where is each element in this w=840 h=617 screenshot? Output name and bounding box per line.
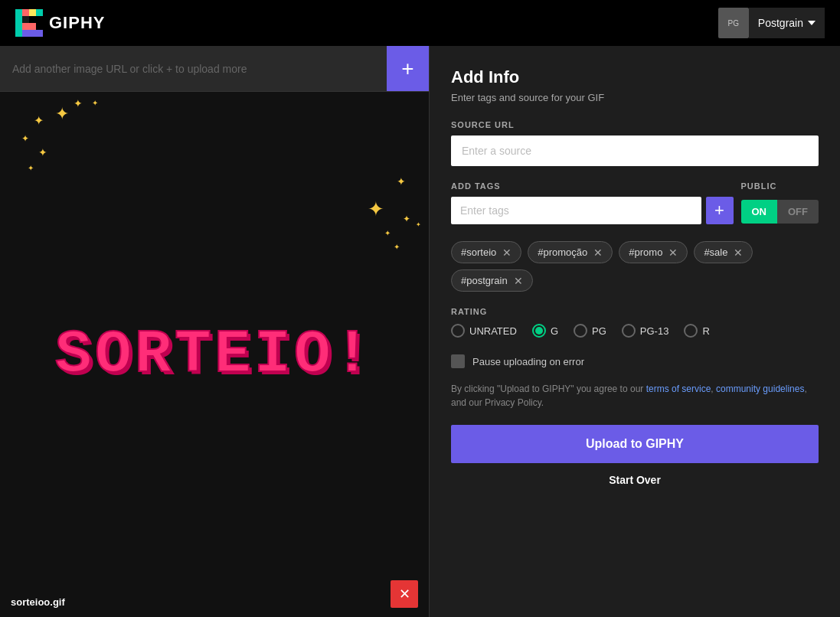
tag-remove-button[interactable]: ✕ <box>502 247 512 258</box>
toggle-off-button[interactable]: OFF <box>777 200 819 224</box>
source-url-label: SOURCE URL <box>451 120 819 129</box>
radio-g[interactable] <box>532 324 546 338</box>
image-url-input[interactable] <box>0 46 387 91</box>
sparkle-icon: ✦ <box>28 165 34 172</box>
pause-checkbox[interactable] <box>451 354 465 368</box>
tag-remove-button[interactable]: ✕ <box>514 276 523 286</box>
tag-label: #promoção <box>538 246 587 258</box>
rating-option-r[interactable]: R <box>684 324 709 338</box>
logo-text: GIPHY <box>49 13 105 33</box>
svg-rect-4 <box>22 16 29 23</box>
list-item: #sorteio ✕ <box>451 241 521 263</box>
public-toggle[interactable]: ON OFF <box>741 200 819 224</box>
list-item: #promoção ✕ <box>528 241 613 263</box>
tag-label: #sorteio <box>461 246 496 258</box>
tags-list: #sorteio ✕ #promoção ✕ #promo ✕ #sale ✕ … <box>451 241 819 292</box>
tag-remove-button[interactable]: ✕ <box>734 247 743 258</box>
rating-option-g[interactable]: G <box>532 324 558 338</box>
sparkle-icon: ✦ <box>92 100 98 107</box>
left-panel: + ✦ ✦ ✦ ✦ ✦ ✦ ✦ ✦ ✦ ✦ ✦ ✦ ✦ SO <box>0 46 429 617</box>
gif-filename: sorteioo.gif <box>11 596 65 608</box>
tags-public-row: ADD TAGS + PUBLIC ON OFF <box>451 181 819 235</box>
tags-input-row: + <box>451 197 734 224</box>
user-avatar: PG <box>718 8 749 38</box>
radio-pg[interactable] <box>574 324 587 338</box>
svg-rect-5 <box>22 23 36 30</box>
list-item: #sale ✕ <box>694 241 753 263</box>
add-info-title: Add Info <box>451 67 819 87</box>
chevron-down-icon <box>808 21 815 25</box>
sparkle-icon: ✦ <box>368 199 384 219</box>
tags-input[interactable] <box>451 197 701 224</box>
toggle-on-button[interactable]: ON <box>741 200 778 224</box>
terms-of-service-link[interactable]: terms of service <box>646 384 711 394</box>
rating-r-label: R <box>702 325 709 337</box>
rating-options: UNRATED G PG PG-13 R <box>451 324 819 338</box>
sparkle-icon: ✦ <box>21 134 29 143</box>
list-item: #promo ✕ <box>619 241 688 263</box>
app-header: GIPHY PG Postgrain <box>0 0 840 46</box>
source-url-input[interactable] <box>451 135 819 166</box>
community-guidelines-link[interactable]: community guidelines <box>716 384 804 394</box>
user-name-label: Postgrain <box>758 17 803 29</box>
sparkle-icon: ✦ <box>397 176 406 187</box>
list-item: #postgrain ✕ <box>451 269 533 292</box>
logo: GIPHY <box>15 9 105 37</box>
x-icon: ✕ <box>399 586 410 602</box>
add-image-button[interactable]: + <box>387 46 429 91</box>
svg-rect-1 <box>22 9 29 16</box>
radio-r[interactable] <box>684 324 698 338</box>
sparkle-icon: ✦ <box>384 230 391 237</box>
right-panel: Add Info Enter tags and source for your … <box>429 46 840 617</box>
svg-rect-2 <box>29 9 36 16</box>
user-menu[interactable]: PG Postgrain <box>718 8 825 38</box>
sparkle-icon: ✦ <box>34 115 44 127</box>
legal-comma: , <box>711 384 716 394</box>
rating-g-label: G <box>551 325 558 337</box>
delete-gif-button[interactable]: ✕ <box>391 580 418 608</box>
pause-checkbox-row: Pause uploading on error <box>451 354 819 368</box>
sparkle-icon: ✦ <box>416 222 421 228</box>
tag-label: #postgrain <box>461 275 508 286</box>
legal-text: By clicking "Upload to GIPHY" you agree … <box>451 382 819 410</box>
rating-option-unrated[interactable]: UNRATED <box>451 324 517 338</box>
user-name-button[interactable]: Postgrain <box>749 8 825 38</box>
plus-icon: + <box>401 57 413 81</box>
svg-rect-0 <box>15 9 22 37</box>
sparkle-icon: ✦ <box>403 214 410 224</box>
rating-option-pg13[interactable]: PG-13 <box>622 324 669 338</box>
sparkle-icon: ✦ <box>38 147 47 158</box>
sparkle-icon: ✦ <box>55 106 69 122</box>
radio-g-inner <box>535 327 543 335</box>
gif-main-text: SORTEIO! <box>0 320 429 390</box>
rating-pg-label: PG <box>592 325 606 337</box>
url-bar: + <box>0 46 429 92</box>
tag-label: #promo <box>629 246 662 258</box>
radio-pg13[interactable] <box>622 324 636 338</box>
gif-preview: ✦ ✦ ✦ ✦ ✦ ✦ ✦ ✦ ✦ ✦ ✦ ✦ ✦ SORTEIO! sorte… <box>0 92 429 617</box>
svg-rect-6 <box>22 30 43 37</box>
rating-option-pg[interactable]: PG <box>574 324 606 338</box>
giphy-logo-icon <box>15 9 43 37</box>
tags-section: ADD TAGS + <box>451 181 734 235</box>
upload-button[interactable]: Upload to GIPHY <box>451 425 819 463</box>
pause-label: Pause uploading on error <box>472 356 584 367</box>
public-section: PUBLIC ON OFF <box>741 181 819 224</box>
add-info-subtitle: Enter tags and source for your GIF <box>451 92 819 103</box>
add-tags-label: ADD TAGS <box>451 181 734 191</box>
rating-unrated-label: UNRATED <box>469 325 517 337</box>
tag-remove-button[interactable]: ✕ <box>668 247 678 258</box>
tags-add-button[interactable]: + <box>706 197 734 224</box>
gif-canvas: ✦ ✦ ✦ ✦ ✦ ✦ ✦ ✦ ✦ ✦ ✦ ✦ ✦ SORTEIO! sorte… <box>0 92 429 617</box>
svg-rect-3 <box>36 9 43 16</box>
plus-icon: + <box>714 201 724 220</box>
radio-unrated[interactable] <box>451 324 465 338</box>
rating-label: RATING <box>451 307 819 316</box>
sparkle-icon: ✦ <box>74 98 83 109</box>
tag-remove-button[interactable]: ✕ <box>593 247 603 258</box>
sparkle-icon: ✦ <box>394 243 400 251</box>
rating-pg13-label: PG-13 <box>640 325 669 337</box>
start-over-button[interactable]: Start Over <box>609 474 661 486</box>
public-label: PUBLIC <box>741 181 777 191</box>
main-content: + ✦ ✦ ✦ ✦ ✦ ✦ ✦ ✦ ✦ ✦ ✦ ✦ ✦ SO <box>0 46 840 617</box>
